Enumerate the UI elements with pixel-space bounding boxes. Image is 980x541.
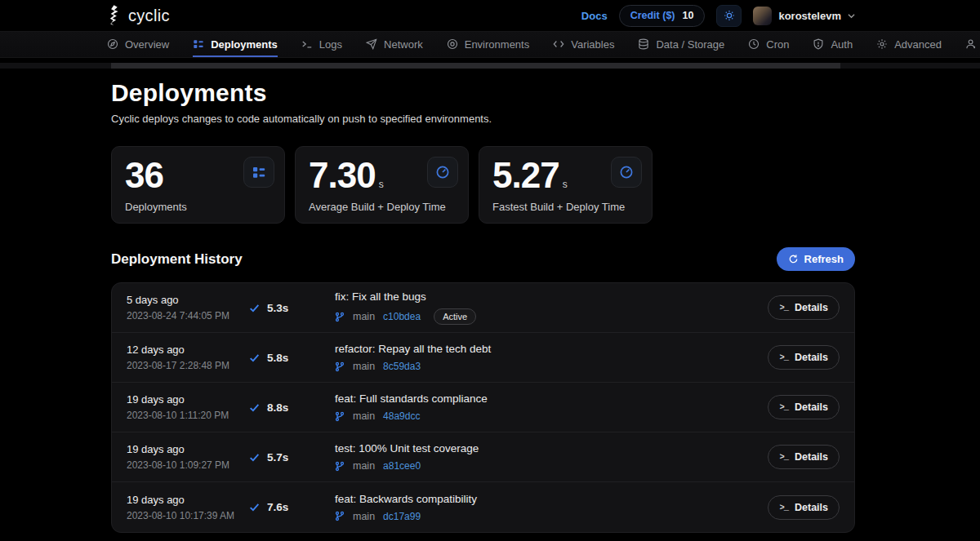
commit-hash-link[interactable]: 48a9dcc (383, 410, 420, 422)
branch-icon (335, 461, 345, 472)
commit-message: feat: Backwards compatibility (335, 493, 768, 505)
page-title: Deployments (111, 79, 855, 107)
send-icon (366, 38, 377, 50)
deployment-duration: 5.3s (267, 302, 288, 314)
horizontal-scrollbar-thumb[interactable] (111, 63, 840, 69)
details-button[interactable]: >_ Details (768, 395, 840, 419)
details-button[interactable]: >_ Details (768, 495, 840, 520)
header-actions: Docs Credit ($) 10 korostelevm (581, 5, 855, 27)
timer-icon (619, 165, 634, 180)
tab-variables[interactable]: Variables (553, 32, 614, 57)
branch-name: main (353, 511, 375, 522)
tab-overview[interactable]: Overview (107, 32, 169, 57)
deployment-age: 12 days ago (127, 344, 249, 356)
commit-hash-link[interactable]: 8c59da3 (383, 361, 421, 372)
page-subtitle: Cyclic deploys changes to code automatic… (111, 113, 855, 125)
terminal-icon: >_ (779, 402, 788, 412)
refresh-icon (788, 254, 799, 264)
tab-label: Network (384, 38, 423, 51)
theme-toggle-button[interactable] (716, 5, 742, 27)
check-icon (249, 502, 260, 512)
deployments-stat-iconbox (243, 157, 274, 188)
tab-ad[interactable]: Ad (965, 32, 980, 57)
refresh-label: Refresh (804, 253, 844, 265)
credit-label: Credit ($) (630, 10, 675, 21)
branch-name: main (353, 311, 375, 322)
branch-name: main (353, 361, 375, 372)
stat-value: 36 (125, 157, 163, 194)
shield-icon (813, 38, 824, 50)
deployment-age: 19 days ago (127, 443, 249, 455)
stats-row: 36 Deployments 7.30s Average Build + Dep… (111, 146, 855, 224)
brand[interactable]: cyclic (107, 5, 170, 26)
deployment-row: 19 days ago 2023-08-10 1:11:20 PM 8.8s f… (112, 383, 854, 432)
stat-label: Deployments (125, 201, 187, 213)
sun-icon (724, 10, 735, 21)
deployment-timestamp: 2023-08-10 10:17:39 AM (127, 510, 249, 521)
tab-label: Auth (831, 38, 853, 51)
brand-name: cyclic (128, 7, 170, 25)
branch-icon (335, 411, 345, 422)
terminal-icon: >_ (779, 303, 788, 313)
deployment-duration: 5.7s (267, 451, 288, 463)
chevron-down-icon (848, 13, 855, 19)
commit-message: feat: Full standards compliance (335, 392, 768, 405)
stat-card-deployments: 36 Deployments (111, 146, 285, 224)
stat-card-average-time: 7.30s Average Build + Deploy Time (295, 146, 469, 224)
tab-auth[interactable]: Auth (813, 32, 853, 57)
stat-value: 7.30 (309, 157, 376, 194)
branch-name: main (353, 410, 375, 422)
details-label: Details (795, 451, 828, 463)
deployment-row: 5 days ago 2023-08-24 7:44:05 PM 5.3s fi… (112, 283, 854, 333)
tab-environments[interactable]: Environments (447, 32, 529, 57)
top-header: cyclic Docs Credit ($) 10 korostelevm (0, 0, 980, 31)
credit-value: 10 (683, 10, 694, 21)
branch-icon (335, 361, 345, 372)
user-icon (965, 38, 977, 50)
user-menu[interactable]: korostelevm (753, 7, 855, 25)
tab-advanced[interactable]: Advanced (876, 32, 942, 57)
tab-label: Overview (125, 38, 169, 51)
commit-hash-link[interactable]: dc17a99 (383, 511, 421, 522)
main-content: Deployments Cyclic deploys changes to co… (111, 79, 855, 533)
check-icon (249, 303, 260, 313)
cyclic-logo-icon (107, 5, 121, 26)
terminal-icon: >_ (779, 452, 788, 462)
active-badge: Active (434, 308, 476, 325)
details-label: Details (795, 502, 828, 513)
docs-link[interactable]: Docs (581, 10, 608, 22)
tab-network[interactable]: Network (366, 32, 423, 57)
deployment-row: 19 days ago 2023-08-10 10:17:39 AM 7.6s … (112, 482, 854, 532)
average-time-stat-iconbox (427, 157, 458, 188)
deployment-duration: 8.8s (267, 401, 288, 414)
tab-cron[interactable]: Cron (748, 32, 789, 57)
clock-icon (748, 38, 760, 50)
commit-hash-link[interactable]: a81cee0 (383, 460, 421, 472)
details-button[interactable]: >_ Details (768, 295, 840, 320)
commit-message: fix: Fix all the bugs (335, 290, 768, 303)
tab-deployments[interactable]: Deployments (193, 32, 278, 57)
details-label: Details (795, 401, 828, 413)
tab-data-storage[interactable]: Data / Storage (638, 32, 724, 57)
history-title: Deployment History (111, 251, 243, 268)
horizontal-scrollbar-track[interactable] (0, 63, 980, 69)
database-icon (638, 38, 649, 50)
gear-icon (876, 38, 888, 50)
timer-icon (435, 165, 450, 180)
tab-label: Logs (319, 38, 342, 51)
tab-logs[interactable]: Logs (301, 32, 342, 57)
stat-label: Fastest Build + Deploy Time (492, 201, 625, 213)
details-button[interactable]: >_ Details (768, 445, 840, 469)
refresh-button[interactable]: Refresh (777, 247, 855, 271)
check-icon (249, 353, 260, 363)
commit-hash-link[interactable]: c10bdea (383, 311, 421, 322)
tab-label: Data / Storage (656, 38, 724, 51)
credit-button[interactable]: Credit ($) 10 (619, 5, 706, 27)
avatar (753, 7, 772, 25)
deployments-grid-icon (252, 165, 266, 180)
details-button[interactable]: >_ Details (768, 345, 840, 370)
terminal-icon: >_ (779, 503, 788, 512)
tab-label: Environments (465, 38, 529, 51)
deployment-duration: 7.6s (267, 501, 288, 513)
commit-message: refactor: Repay all the tech debt (335, 343, 768, 355)
